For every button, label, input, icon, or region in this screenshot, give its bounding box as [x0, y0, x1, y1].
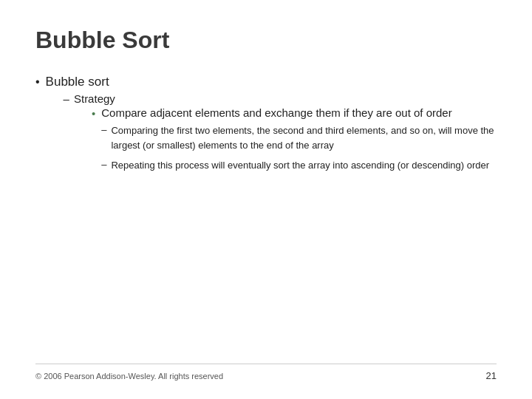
- list-item: • Bubble sort – Strategy •: [35, 75, 497, 183]
- dash-icon: –: [101, 159, 106, 170]
- slide-footer: © 2006 Pearson Addison-Wesley. All right…: [35, 364, 497, 381]
- bullet-dot: •: [35, 75, 40, 89]
- list-item: – Repeating this process will eventually…: [101, 158, 497, 173]
- list-item: • Compare adjacent elements and exchange…: [92, 106, 497, 179]
- sub-items-l2: – Strategy • Compare adjacent elements a…: [64, 92, 497, 180]
- bullet-dot: •: [92, 107, 95, 120]
- l4-label: Comparing the first two elements, the se…: [111, 123, 497, 152]
- copyright-text: © 2006 Pearson Addison-Wesley. All right…: [35, 372, 223, 381]
- sub-items-l3: • Compare adjacent elements and exchange…: [92, 106, 497, 179]
- slide: Bubble Sort • Bubble sort – Strategy: [0, 0, 532, 399]
- dash-icon: –: [64, 92, 69, 105]
- l4-label: Repeating this process will eventually s…: [111, 158, 489, 173]
- sub-items-l4: – Comparing the first two elements, the …: [101, 123, 497, 173]
- l2-label: Strategy: [74, 92, 115, 105]
- slide-content: • Bubble sort – Strategy •: [35, 75, 497, 364]
- dash-icon: –: [101, 124, 106, 135]
- list-item: – Strategy • Compare adjacent elements a…: [64, 92, 497, 180]
- slide-title: Bubble Sort: [35, 27, 497, 54]
- page-number: 21: [486, 370, 497, 381]
- list-item: – Comparing the first two elements, the …: [101, 123, 497, 152]
- l3-label: Compare adjacent elements and exchange t…: [101, 106, 451, 119]
- l1-label: Bubble sort: [46, 75, 109, 89]
